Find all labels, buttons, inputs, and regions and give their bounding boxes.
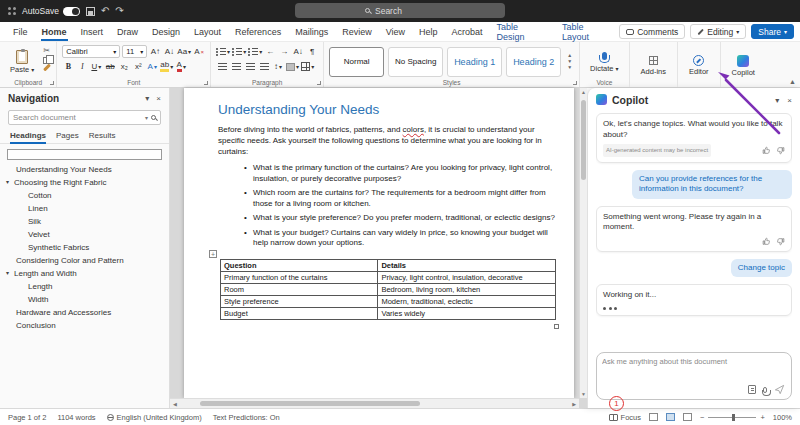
thumbs-up-icon[interactable] [762,146,771,155]
nav-tab-results[interactable]: Results [89,131,116,143]
show-formatting-marks-button[interactable]: ¶ [306,45,318,58]
align-right-button[interactable] [244,60,256,73]
nav-item[interactable]: Conclusion [0,319,169,332]
zoom-level[interactable]: 100% [773,413,792,422]
ribbon-tab-home[interactable]: Home [35,24,74,40]
thumbs-up-icon[interactable] [762,237,771,246]
navigation-options-icon[interactable]: ▾ [145,94,149,103]
strikethrough-button[interactable]: ab [104,60,116,73]
styles-more-icon[interactable]: ▼ [567,65,572,70]
collapse-triangle-icon[interactable]: ▾ [6,270,14,278]
styles-gallery-arrows[interactable]: ▲ ▼ ▼ [565,45,574,78]
nav-item[interactable]: ▾Choosing the Right Fabric [0,176,169,189]
nav-item[interactable]: Understanding Your Needs [0,163,169,176]
collapse-ribbon-icon[interactable]: ▲ [789,78,796,85]
font-color-button[interactable]: A▾ [175,60,187,73]
thumbs-down-icon[interactable] [776,146,785,155]
quick-access-icon[interactable] [8,7,16,15]
navigation-close-icon[interactable]: × [156,94,161,103]
word-count[interactable]: 1104 words [57,413,95,422]
search-input[interactable] [375,6,435,16]
ribbon-tab-file[interactable]: File [6,24,35,40]
editor-button[interactable]: Editor [683,45,715,86]
nav-search-icon[interactable] [151,115,156,120]
copilot-button[interactable]: Copilot [726,45,761,86]
highlight-color-button[interactable]: ab▾ [160,60,173,73]
comments-button[interactable]: Comments [619,24,685,39]
redo-icon[interactable]: ↷ [115,6,123,16]
web-layout-icon[interactable] [683,413,692,421]
scroll-right-icon[interactable]: ▶ [569,401,579,407]
grow-font-button[interactable]: A↑ [149,45,161,58]
ribbon-tab-view[interactable]: View [379,24,412,40]
nav-item[interactable]: Width [0,293,169,306]
italic-button[interactable]: I [76,60,88,73]
print-layout-icon[interactable] [666,413,675,421]
prompt-library-icon[interactable] [748,385,756,394]
style-no-spacing[interactable]: No Spacing [388,47,443,77]
copilot-input-box[interactable] [596,352,792,400]
align-center-button[interactable] [230,60,242,73]
nav-selection-box[interactable] [7,149,162,160]
ribbon-tab-design[interactable]: Design [145,24,187,40]
bullet-item[interactable]: What is the primary function of the curt… [244,163,556,184]
voice-input-icon[interactable] [763,387,767,393]
font-name-combo[interactable]: Calibri▾ [62,45,120,58]
ribbon-tab-review[interactable]: Review [335,24,379,40]
thumbs-down-icon[interactable] [776,237,785,246]
cut-button[interactable]: ✂ [43,47,51,55]
bullet-item[interactable]: What is your budget? Curtains can vary w… [244,228,556,249]
ribbon-tab-help[interactable]: Help [412,24,445,40]
doc-intro-paragraph[interactable]: Before diving into the world of fabrics,… [218,124,556,157]
send-icon[interactable] [774,384,785,395]
language-status[interactable]: English (United Kingdom) [107,413,202,422]
page-count[interactable]: Page 1 of 2 [8,413,46,422]
shrink-font-button[interactable]: A↓ [163,45,175,58]
ribbon-tab-draw[interactable]: Draw [110,24,145,40]
share-button[interactable]: Share ▾ [751,24,794,39]
save-icon[interactable] [86,7,95,16]
bullet-list-button[interactable]: ▾ [216,45,230,58]
clipboard-dialog-launcher[interactable] [50,81,54,85]
ribbon-tab-table-design[interactable]: Table Design [490,19,555,45]
superscript-button[interactable]: x² [132,60,144,73]
paragraph-dialog-launcher[interactable] [317,81,321,85]
copilot-prompt-input[interactable] [602,357,786,381]
multilevel-list-button[interactable]: ▾ [248,45,262,58]
styles-dialog-launcher[interactable] [573,81,577,85]
nav-item[interactable]: Silk [0,215,169,228]
ribbon-tab-references[interactable]: References [228,24,288,40]
font-size-combo[interactable]: 11▾ [122,45,147,58]
read-mode-icon[interactable] [649,413,658,421]
scroll-down-icon[interactable]: ▼ [580,391,587,397]
sort-button[interactable]: A↓ [292,45,304,58]
style-normal[interactable]: Normal [329,47,384,77]
vertical-scroll-thumb[interactable] [581,100,586,180]
nav-item[interactable]: Cotton [0,189,169,202]
suggestion-chip[interactable]: Can you provide references for the infor… [632,170,792,199]
nav-search-dropdown-icon[interactable]: ▾ [145,114,148,121]
table-resize-handle[interactable] [554,324,559,329]
focus-mode-button[interactable]: Focus [609,413,641,422]
bullet-item[interactable]: What is your style preference? Do you pr… [244,213,556,224]
table-cell[interactable]: Budget [221,307,378,319]
collapse-triangle-icon[interactable]: ▾ [6,179,14,187]
vertical-scrollbar[interactable]: ▲ ▼ [579,88,587,398]
intro-flagged-word[interactable]: colors [403,125,424,134]
undo-icon[interactable]: ↶ [101,6,109,16]
zoom-out-icon[interactable]: − [700,413,704,422]
nav-item[interactable]: Hardware and Accessories [0,306,169,319]
scroll-left-icon[interactable]: ◀ [170,401,180,407]
editing-mode-button[interactable]: Editing ▾ [690,24,746,39]
text-predictions-status[interactable]: Text Predictions: On [213,413,280,422]
nav-search-input[interactable] [13,113,142,122]
ribbon-tab-table-layout[interactable]: Table Layout [555,19,619,45]
bold-button[interactable]: B [62,60,74,73]
table-cell[interactable]: Modern, traditional, eclectic [378,295,556,307]
nav-item[interactable]: Synthetic Fabrics [0,241,169,254]
scroll-up-icon[interactable]: ▲ [580,89,587,95]
justify-button[interactable] [258,60,270,73]
ribbon-tab-mailings[interactable]: Mailings [288,24,335,40]
table-header-details[interactable]: Details [378,259,556,271]
table-cell[interactable]: Varies widely [378,307,556,319]
